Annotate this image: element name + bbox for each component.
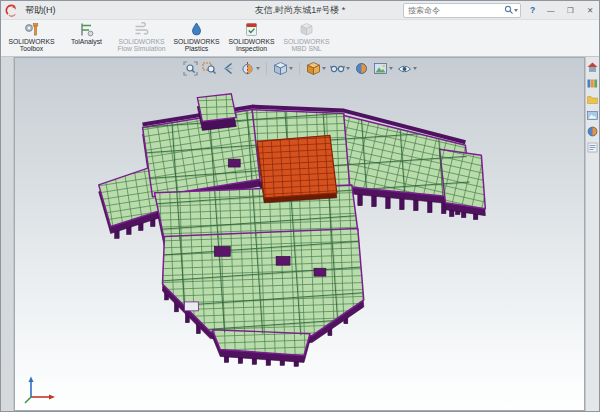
toolbar-separator [299, 62, 300, 75]
view-settings-button[interactable] [396, 61, 418, 76]
ribbon-button-label: SOLIDWORKS MBD SNL [280, 38, 333, 53]
ribbon-button-toolbox[interactable]: SOLIDWORKS Toolbox [4, 20, 59, 56]
toolbox-icon [24, 22, 39, 37]
previous-view-icon [221, 61, 236, 76]
view-settings-icon [397, 61, 412, 76]
inspection-icon [244, 22, 259, 37]
slab-opening [184, 302, 198, 311]
ribbon-button-flow-simulation: SOLIDWORKS Flow Simulation [114, 20, 169, 56]
solidworks-logo-icon [5, 4, 18, 17]
taskpane-tab-file-explorer[interactable] [587, 94, 598, 105]
chevron-down-icon[interactable] [389, 67, 393, 70]
tower-deck[interactable] [197, 94, 236, 122]
zoom-to-area-icon [202, 61, 217, 76]
orientation-triad[interactable] [22, 375, 58, 405]
ribbon-button-label: SOLIDWORKS Flow Simulation [115, 38, 168, 53]
drawing-sheet-icon [587, 110, 598, 121]
help-button-glyph: ? [530, 5, 535, 15]
taskpane-tab-custom-properties[interactable] [587, 142, 598, 153]
taskpane-tab-design-library[interactable] [587, 78, 598, 89]
featuremanager-collapsed-strip[interactable] [1, 57, 14, 411]
view-orientation-button[interactable] [272, 61, 294, 76]
addins-toolbar: SOLIDWORKS Toolbox TolAnalyst SOLIDWORKS… [1, 19, 599, 57]
edit-appearance-button[interactable] [353, 61, 370, 76]
flow-simulation-icon [134, 22, 149, 37]
formwork-model-canvas[interactable] [15, 58, 584, 410]
chevron-down-icon[interactable] [322, 67, 326, 70]
folder-icon [587, 94, 598, 105]
heads-up-view-toolbar [182, 61, 418, 76]
chevron-down-icon[interactable] [256, 67, 260, 70]
formwork-model[interactable] [99, 94, 486, 367]
zoom-to-fit-button[interactable] [182, 61, 199, 76]
ribbon-button-label: SOLIDWORKS Plastics [170, 38, 223, 53]
taskpane-tab-strip [585, 57, 599, 411]
display-style-button[interactable] [305, 61, 327, 76]
solidworks-window: 帮助(H) 友信.时尚东城1#号楼 * ? — ❐ [0, 0, 600, 412]
chevron-down-icon[interactable] [413, 67, 417, 70]
apply-scene-button[interactable] [372, 61, 394, 76]
command-search [403, 3, 521, 18]
appearance-ball-icon [587, 126, 598, 137]
taskpane-tab-appearances[interactable] [587, 126, 598, 137]
section-view-button[interactable] [239, 61, 261, 76]
section-view-icon [240, 61, 255, 76]
apply-scene-icon [373, 61, 388, 76]
chevron-down-icon[interactable] [346, 67, 350, 70]
ribbon-button-inspection[interactable]: SOLIDWORKS Inspection [224, 20, 279, 56]
ribbon-button-label: SOLIDWORKS Inspection [225, 38, 278, 53]
plastics-icon [189, 22, 204, 37]
restore-icon: ❐ [567, 6, 574, 15]
ribbon-button-label: TolAnalyst [71, 38, 102, 45]
minimize-icon: — [547, 6, 555, 15]
mbd-icon [299, 22, 314, 37]
minimize-button[interactable]: — [541, 3, 558, 17]
zoom-to-area-button[interactable] [201, 61, 218, 76]
workarea [1, 57, 599, 411]
close-icon: ✕ [587, 6, 593, 15]
taskpane-tab-view-palette[interactable] [587, 110, 598, 121]
toolbar-separator [266, 62, 267, 75]
home-icon [587, 62, 598, 73]
close-button[interactable]: ✕ [581, 3, 598, 17]
command-search-input[interactable] [406, 5, 504, 16]
ribbon-button-label: SOLIDWORKS Toolbox [5, 38, 58, 53]
search-scope-chevron-icon[interactable] [514, 9, 518, 12]
properties-list-icon [587, 142, 598, 153]
menu-help[interactable]: 帮助(H) [22, 3, 59, 18]
restore-button[interactable]: ❐ [561, 3, 578, 17]
highlighted-core-section[interactable] [257, 135, 337, 197]
hide-show-items-button[interactable] [329, 61, 351, 76]
tolanalyst-icon [79, 22, 94, 37]
display-style-icon [306, 61, 321, 76]
previous-view-button[interactable] [220, 61, 237, 76]
chevron-down-icon[interactable] [289, 67, 293, 70]
titlebar: 帮助(H) 友信.时尚东城1#号楼 * ? — ❐ [1, 1, 599, 19]
view-orientation-icon [273, 61, 288, 76]
ribbon-button-mbd: SOLIDWORKS MBD SNL [279, 20, 334, 56]
search-icon[interactable] [504, 5, 514, 15]
help-button[interactable]: ? [524, 4, 538, 17]
books-icon [587, 78, 598, 89]
zoom-to-fit-icon [183, 61, 198, 76]
ribbon-button-plastics[interactable]: SOLIDWORKS Plastics [169, 20, 224, 56]
ribbon-button-tolanalyst[interactable]: TolAnalyst [59, 20, 114, 56]
edit-appearance-icon [354, 61, 369, 76]
taskpane-tab-solidworks-resources[interactable] [587, 62, 598, 73]
menu-help-label: 帮助(H) [25, 4, 56, 17]
graphics-viewport[interactable] [14, 57, 585, 411]
hide-show-items-icon [330, 61, 345, 76]
